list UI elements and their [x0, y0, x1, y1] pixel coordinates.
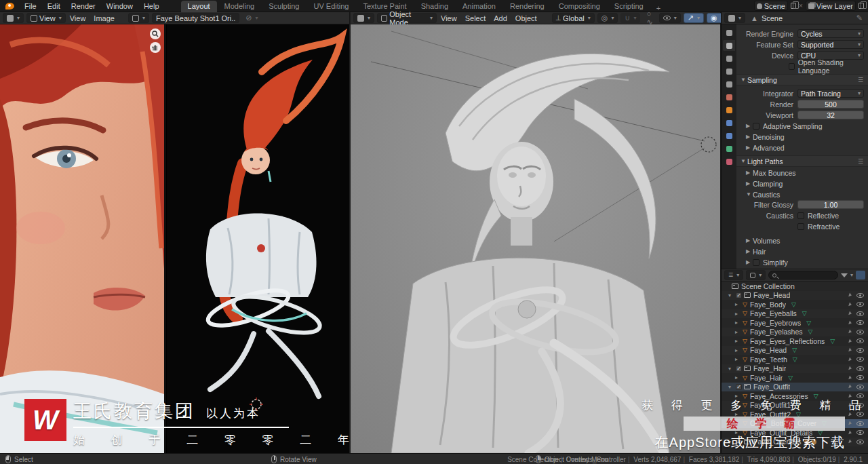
gizmo-dropdown[interactable]: ↗▾	[684, 13, 704, 23]
outliner-row[interactable]: ▸▽Faye_Head▽	[722, 346, 868, 355]
zoom-tool-button[interactable]	[150, 28, 161, 39]
close-scene-icon[interactable]: ×	[799, 3, 803, 9]
copy-scene-icon[interactable]	[791, 3, 796, 9]
vp-menu-add[interactable]: Add	[490, 14, 511, 22]
hair-row[interactable]: ▶Hair	[736, 246, 868, 256]
menu-file[interactable]: File	[19, 0, 42, 12]
panel-divider[interactable]	[164, 24, 166, 453]
image-panel-closeup[interactable]	[0, 24, 164, 453]
tab-animation[interactable]: Animation	[456, 1, 502, 12]
pin-icon[interactable]: ✎	[856, 14, 863, 22]
add-workspace-button[interactable]: +	[651, 4, 666, 12]
tab-rendering[interactable]: Rendering	[503, 1, 551, 12]
snap-dropdown[interactable]: ∪▾	[620, 13, 640, 23]
selectability-icon[interactable]	[848, 385, 852, 389]
tab-sculpting[interactable]: Sculpting	[262, 1, 306, 12]
world-tab-icon[interactable]	[723, 92, 735, 102]
menu-edit[interactable]: Edit	[42, 0, 66, 12]
selectability-icon[interactable]	[848, 311, 852, 316]
selectability-icon[interactable]	[848, 320, 852, 325]
adaptive-sampling-row[interactable]: ▶ Adaptive Sampling	[736, 121, 868, 131]
selectability-icon[interactable]	[848, 330, 852, 334]
selectability-icon[interactable]	[848, 293, 852, 298]
expand-icon[interactable]: ▸	[735, 374, 743, 381]
simplify-row[interactable]: ▶ Simplify	[736, 257, 868, 267]
selectability-icon[interactable]	[848, 302, 852, 307]
hide-eye-icon[interactable]	[856, 440, 864, 444]
hide-eye-icon[interactable]	[856, 430, 864, 435]
output-tab-icon[interactable]	[723, 53, 735, 64]
osl-checkbox[interactable]	[789, 63, 795, 70]
viewport-editor-type-dropdown[interactable]: ▾	[353, 13, 374, 23]
viewport-samples-field[interactable]: 32	[797, 111, 864, 119]
hide-eye-icon[interactable]	[856, 366, 864, 371]
tab-layout[interactable]: Layout	[181, 1, 217, 12]
expand-icon[interactable]: ▸	[735, 329, 743, 335]
expand-icon[interactable]: ▾	[728, 366, 736, 372]
render-samples-field[interactable]: 500	[797, 100, 864, 109]
hide-eye-icon[interactable]	[856, 311, 864, 316]
texture-tab-icon[interactable]	[723, 156, 735, 167]
constraints-tab-icon[interactable]	[723, 130, 735, 141]
tool-tab-icon[interactable]	[723, 27, 735, 38]
selectability-icon[interactable]	[848, 430, 852, 435]
sampling-section-header[interactable]: ▼Sampling ☰	[736, 74, 868, 85]
image-name-field[interactable]: Faye Beauty Shot1 Ori..	[152, 13, 239, 23]
selectability-icon[interactable]	[848, 366, 852, 371]
outliner-row-scene-collection[interactable]: Scene Collection	[722, 282, 868, 291]
render-tab-icon[interactable]	[723, 40, 735, 51]
image-menu-image[interactable]: Image	[90, 14, 119, 22]
outliner-row[interactable]: ▸▽Faye_Eyes_Reflections▽	[722, 336, 868, 346]
adaptive-sampling-checkbox[interactable]	[753, 123, 760, 130]
properties-editor-type-dropdown[interactable]: ▾	[724, 13, 745, 23]
outliner-row[interactable]: ▸▽Faye_Body▽	[722, 300, 868, 309]
vp-menu-object[interactable]: Object	[511, 14, 541, 22]
mode-dropdown[interactable]: Object Mode▾	[377, 13, 437, 23]
refractive-checkbox[interactable]	[797, 223, 804, 230]
viewport-3d[interactable]	[351, 24, 720, 453]
outliner-filter-dropdown[interactable]: ▾	[841, 272, 853, 278]
collection-checkbox[interactable]: ✓	[736, 292, 742, 298]
outliner-row[interactable]: ▸▽Faye_Hair▽	[722, 373, 868, 383]
hide-eye-icon[interactable]	[856, 320, 864, 325]
feature-set-dropdown[interactable]: Supported▾	[797, 40, 864, 49]
simplify-checkbox[interactable]	[753, 259, 760, 266]
expand-icon[interactable]: ▾	[728, 384, 736, 390]
menu-help[interactable]: Help	[138, 0, 165, 12]
blender-logo-icon[interactable]	[5, 3, 14, 9]
tab-uv-editing[interactable]: UV Editing	[307, 1, 355, 12]
hide-eye-icon[interactable]	[856, 302, 864, 307]
menu-window[interactable]: Window	[101, 0, 138, 12]
outliner-row[interactable]: ▾✓Faye_Outfit	[722, 383, 868, 392]
vp-menu-view[interactable]: View	[437, 14, 461, 22]
outliner-row[interactable]: ▸▽Faye_Eyeballs▽	[722, 309, 868, 319]
selectability-icon[interactable]	[848, 412, 852, 417]
selectability-icon[interactable]	[848, 339, 852, 343]
selectability-icon[interactable]	[848, 421, 852, 426]
view-layer-tab-icon[interactable]	[723, 66, 735, 77]
collection-checkbox[interactable]: ✓	[736, 384, 742, 390]
selectability-icon[interactable]	[848, 393, 852, 398]
outliner-row[interactable]: ▸▽Faye_Eyebrows▽	[722, 318, 868, 328]
scene-tab-icon[interactable]	[723, 79, 735, 90]
sampling-menu-icon[interactable]: ☰	[858, 77, 864, 83]
expand-icon[interactable]: ▸	[735, 301, 743, 307]
hide-eye-icon[interactable]	[856, 412, 864, 417]
light-paths-menu-icon[interactable]: ☰	[858, 158, 864, 165]
unlink-image-button[interactable]: ⊘▾	[242, 13, 261, 23]
editor-type-dropdown[interactable]: ▾	[3, 13, 24, 23]
outliner-row[interactable]: ▸▽Faye_Eyelashes▽	[722, 328, 868, 337]
outliner-search-input[interactable]	[768, 271, 838, 279]
integrator-dropdown[interactable]: Path Tracing▾	[797, 89, 864, 98]
physics-tab-icon[interactable]	[723, 117, 735, 128]
hide-eye-icon[interactable]	[856, 339, 864, 343]
hide-eye-icon[interactable]	[856, 385, 864, 389]
visibility-dropdown[interactable]: ▾	[659, 13, 681, 23]
outliner-row[interactable]: ▾✓Faye_Head	[722, 291, 868, 301]
clamping-row[interactable]: ▶Clamping	[736, 178, 868, 189]
expand-icon[interactable]: ▸	[735, 338, 743, 344]
expand-icon[interactable]: ▸	[735, 320, 743, 326]
volumes-row[interactable]: ▶Volumes	[736, 235, 868, 246]
expand-icon[interactable]: ▸	[735, 347, 743, 353]
vp-menu-select[interactable]: Select	[461, 14, 490, 22]
